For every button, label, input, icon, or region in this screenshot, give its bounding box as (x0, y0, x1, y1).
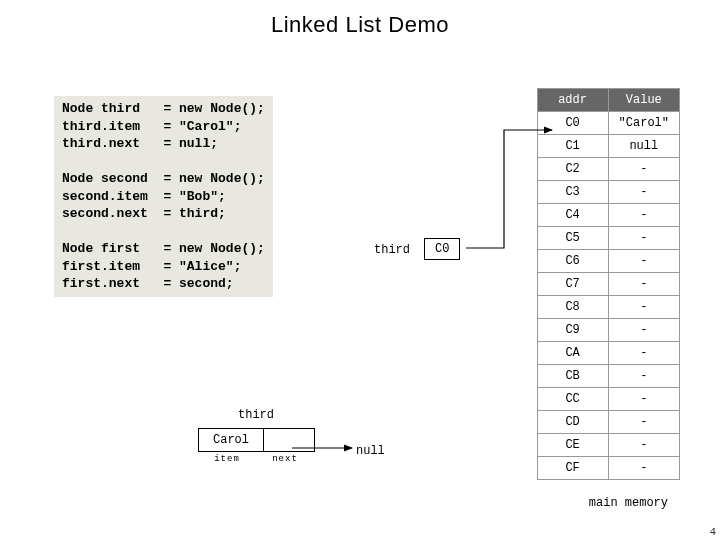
cell-value: - (608, 273, 679, 296)
col-value: Value (608, 89, 679, 112)
memory-table: addr Value C0"Carol"C1nullC2-C3-C4-C5-C6… (537, 88, 680, 480)
table-row: CE- (537, 434, 679, 457)
table-row: CF- (537, 457, 679, 480)
cell-value: - (608, 388, 679, 411)
code-block: Node third = new Node(); third.item = "C… (54, 96, 273, 297)
cell-value: "Carol" (608, 112, 679, 135)
cell-value: - (608, 250, 679, 273)
cell-addr: C6 (537, 250, 608, 273)
slide-number: 4 (709, 526, 716, 538)
table-row: C1null (537, 135, 679, 158)
cell-addr: C1 (537, 135, 608, 158)
node-next-cell (263, 428, 315, 452)
cell-value: - (608, 342, 679, 365)
table-row: CC- (537, 388, 679, 411)
table-row: CA- (537, 342, 679, 365)
cell-value: - (608, 365, 679, 388)
node-title: third (198, 408, 314, 422)
cell-addr: C3 (537, 181, 608, 204)
cell-addr: CE (537, 434, 608, 457)
table-row: C7- (537, 273, 679, 296)
table-row: C6- (537, 250, 679, 273)
table-header-row: addr Value (537, 89, 679, 112)
cell-value: - (608, 411, 679, 434)
cell-addr: C2 (537, 158, 608, 181)
cell-addr: CB (537, 365, 608, 388)
cell-value: - (608, 181, 679, 204)
cell-addr: C7 (537, 273, 608, 296)
cell-value: - (608, 319, 679, 342)
table-row: C4- (537, 204, 679, 227)
pointer-var-box: C0 (424, 238, 460, 260)
cell-addr: C5 (537, 227, 608, 250)
table-row: C3- (537, 181, 679, 204)
cell-addr: C9 (537, 319, 608, 342)
cell-addr: C0 (537, 112, 608, 135)
table-row: C2- (537, 158, 679, 181)
memory-caption: main memory (589, 496, 668, 510)
cell-addr: C4 (537, 204, 608, 227)
node-item-label: item (198, 452, 256, 464)
node-item-cell: Carol (198, 428, 264, 452)
table-row: C0"Carol" (537, 112, 679, 135)
cell-addr: CA (537, 342, 608, 365)
table-row: CB- (537, 365, 679, 388)
page-title: Linked List Demo (0, 0, 720, 38)
cell-addr: CD (537, 411, 608, 434)
cell-addr: CF (537, 457, 608, 480)
table-row: C5- (537, 227, 679, 250)
cell-addr: CC (537, 388, 608, 411)
pointer-var-label: third (374, 243, 410, 257)
cell-value: - (608, 158, 679, 181)
cell-value: - (608, 457, 679, 480)
col-addr: addr (537, 89, 608, 112)
table-row: C9- (537, 319, 679, 342)
cell-value: null (608, 135, 679, 158)
cell-value: - (608, 434, 679, 457)
table-row: C8- (537, 296, 679, 319)
node-third: third Carol item next (198, 408, 314, 464)
cell-value: - (608, 204, 679, 227)
table-row: CD- (537, 411, 679, 434)
cell-value: - (608, 227, 679, 250)
cell-value: - (608, 296, 679, 319)
node-next-value: null (356, 444, 385, 458)
cell-addr: C8 (537, 296, 608, 319)
node-next-label: next (256, 452, 314, 464)
